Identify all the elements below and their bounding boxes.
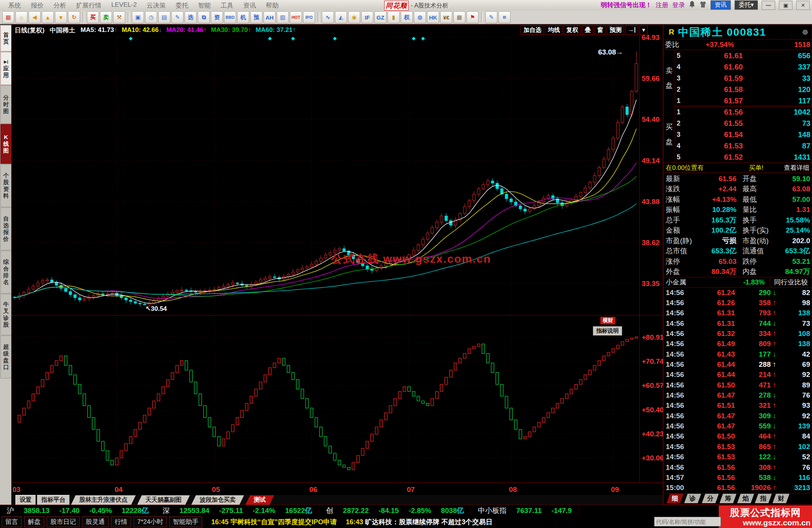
bbd-icon[interactable]: BBD	[224, 11, 236, 23]
buy-row[interactable]: 561.521431	[675, 151, 812, 163]
up-icon[interactable]: ▲	[42, 11, 54, 23]
restore-button[interactable]: ▣	[779, 1, 792, 10]
chart-button-均线[interactable]: 均线	[545, 26, 562, 35]
chart-button-复权[interactable]: 复权	[564, 26, 581, 35]
hk-icon[interactable]: HK	[427, 11, 439, 23]
favorites-icon[interactable]: ▣	[132, 11, 144, 23]
tick-row[interactable]: 14:5761.56538 ↓116	[664, 472, 812, 483]
info-icon[interactable]: 资	[211, 11, 223, 23]
sidebar-item-自选报价[interactable]: 自选报价	[0, 207, 12, 250]
report-icon[interactable]: ▤	[158, 11, 170, 23]
tick-row[interactable]: 14:5661.31793 ↑138	[664, 308, 812, 318]
hot-icon[interactable]: HOT	[290, 11, 302, 23]
index-中小板指[interactable]: 中小板指7637.11-147.9	[471, 505, 579, 516]
sell-row[interactable]: 361.5933	[675, 73, 812, 84]
us-flag-icon[interactable]: ⚑	[467, 11, 479, 23]
back-icon[interactable]: ◀	[29, 11, 41, 23]
signal-alert[interactable]: 弱转强信号出现！	[601, 1, 652, 9]
panel-tab-焰[interactable]: 焰	[737, 494, 754, 503]
index-沪[interactable]: 沪3858.13-17.40-0.45%12228亿	[0, 505, 156, 516]
chart-tab-测试[interactable]: 测试	[245, 495, 274, 505]
tick-row[interactable]: 14:5661.47278 ↓76	[664, 390, 812, 400]
sell-row[interactable]: 161.57117	[675, 95, 812, 106]
globe-icon[interactable]: ◍	[414, 11, 426, 23]
panel-tab-筹[interactable]: 筹	[720, 494, 736, 503]
view-detail-link[interactable]: 查看详细	[784, 163, 809, 172]
buy-row[interactable]: 461.5387	[675, 140, 812, 151]
sidebar-item-超级盘口[interactable]: 超级盘口	[0, 336, 12, 378]
machine-icon[interactable]: 机	[237, 11, 249, 23]
sidebar-item-首页[interactable]: 首页	[0, 25, 12, 51]
gear-icon[interactable]: ☸	[802, 28, 809, 37]
buy-row[interactable]: 261.5573	[675, 118, 812, 129]
forecast-icon[interactable]: 预	[250, 11, 262, 23]
sidebar-item-K线图[interactable]: K线图	[0, 124, 12, 164]
news-item[interactable]: 16:45 宇树科技“自宣”四季度提交IPO申请	[211, 517, 337, 526]
ah-icon[interactable]: AH	[264, 11, 276, 23]
refresh-icon[interactable]: ↻	[68, 11, 80, 23]
bottom-button-智能助手[interactable]: 智能助手	[169, 516, 202, 527]
select-icon[interactable]: 选	[185, 11, 197, 23]
panel-tab-财[interactable]: 财	[773, 494, 789, 503]
bottom-button-留言[interactable]: 留言	[2, 516, 22, 527]
chart-period[interactable]: 日线(复权)	[15, 26, 44, 35]
sidebar-item-个股资料[interactable]: 个股资料	[0, 164, 12, 207]
bottom-button-股灵通[interactable]: 股灵通	[82, 516, 109, 527]
bottom-button-7*24小时[interactable]: 7*24小时	[133, 516, 167, 527]
index-深[interactable]: 深12553.84-275.11-2.14%16522亿	[156, 505, 320, 516]
tick-row[interactable]: 14:5661.43177 ↓42	[664, 349, 812, 359]
auction-icon[interactable]: ⚒	[113, 11, 125, 23]
chart-tab-指标平台[interactable]: 指标平台	[37, 495, 70, 505]
bank-icon[interactable]: ▦	[453, 11, 465, 23]
tick-row[interactable]: 14:5661.53865 ↑102	[664, 442, 812, 452]
gz-icon[interactable]: GZ	[374, 11, 386, 23]
chart-tab-天天躺赢副图[interactable]: 天天躺赢副图	[137, 495, 190, 505]
home-icon[interactable]: ⌂	[15, 11, 27, 23]
tick-row[interactable]: 14:5661.47309 ↓92	[664, 411, 812, 421]
login-link[interactable]: 登录	[672, 1, 685, 9]
chart-button-加自选[interactable]: 加自选	[521, 26, 544, 35]
indicator-help-button[interactable]: 指标说明	[593, 326, 622, 336]
industry-compare-link[interactable]: 同行业比较	[770, 277, 812, 287]
chart-tab-股林主升浪潜伏点[interactable]: 股林主升浪潜伏点	[71, 495, 136, 505]
kline-icon[interactable]: ∿	[322, 11, 334, 23]
menu-item-扩展行情[interactable]: 扩展行情	[71, 0, 106, 11]
tick-row[interactable]: 14:5661.56308 ↑76	[664, 462, 812, 472]
sidebar-item-牛叉诊股[interactable]: 牛叉诊股	[0, 294, 12, 335]
kline-chart[interactable]: 64.9359.6654.4049.1443.8838.6233.35+80.9…	[12, 35, 664, 495]
buy-row[interactable]: 361.54148	[675, 129, 812, 140]
forex-icon[interactable]: ¥€	[440, 11, 452, 23]
bottom-button-股市日记[interactable]: 股市日记	[47, 516, 80, 527]
tick-row[interactable]: 15:0061.5619026 ↑3213	[664, 483, 812, 493]
tick-row[interactable]: 14:5661.44288 ↑69	[664, 359, 812, 369]
panel-tab-指[interactable]: 指	[755, 494, 772, 503]
close-button[interactable]: ✕	[796, 1, 810, 10]
menu-item-LEVEL-2[interactable]: LEVEL-2	[107, 0, 141, 11]
panel-tab-分[interactable]: 分	[702, 494, 719, 503]
menu-item-分析[interactable]: 分析	[49, 0, 71, 11]
minimize-button[interactable]: —	[762, 1, 775, 10]
chart-button-叠[interactable]: 叠	[582, 26, 593, 35]
news-item[interactable]: 16:43 旷达科技：股票继续停牌 不超过3个交易日	[346, 517, 492, 526]
panel-tab-诊[interactable]: 诊	[684, 494, 701, 503]
chart-button-→|[interactable]: →|	[625, 26, 638, 35]
rights-icon[interactable]: 权	[401, 11, 413, 23]
chart-tab-设置[interactable]: 设置	[15, 495, 36, 505]
formula-edit-icon[interactable]: ✎	[485, 11, 497, 23]
trend-icon[interactable]: ◭	[335, 11, 347, 23]
tick-row[interactable]: 14:5661.26358 ↑98	[664, 298, 812, 308]
panel-tab-细[interactable]: 细	[667, 494, 683, 503]
tick-row[interactable]: 14:5661.50464 ↑84	[664, 431, 812, 442]
sell-row[interactable]: 461.60337	[675, 61, 812, 73]
docs-icon[interactable]: ⧉	[198, 11, 210, 23]
tick-row[interactable]: 14:5661.49809 ↑138	[664, 339, 812, 349]
menu-item-委托[interactable]: 委托	[171, 0, 193, 11]
register-link[interactable]: 注册	[656, 1, 668, 9]
if-icon[interactable]: IF	[361, 11, 373, 23]
bottom-button-行情[interactable]: 行情	[111, 516, 131, 527]
ipo-icon[interactable]: IPO	[303, 11, 315, 23]
menu-item-帮助[interactable]: 帮助	[261, 0, 283, 11]
calculator-icon[interactable]: ⌗	[498, 11, 511, 23]
tick-row[interactable]: 14:5661.31744 ↓73	[664, 318, 812, 328]
menu-item-云决策[interactable]: 云决策	[142, 0, 170, 11]
